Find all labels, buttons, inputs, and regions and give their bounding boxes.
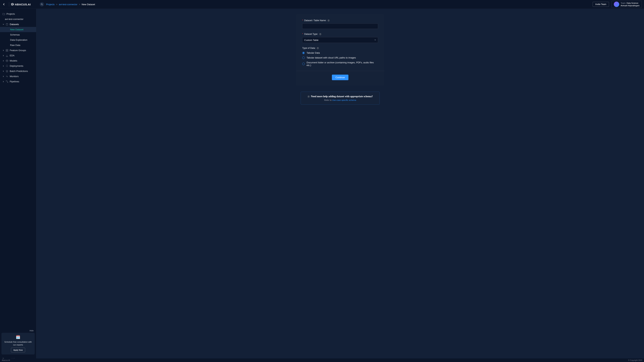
radio-icon bbox=[302, 63, 305, 65]
sidebar-item-raw-data[interactable]: Raw Data bbox=[0, 42, 36, 48]
help-card: ? Need more help adding dataset with app… bbox=[300, 92, 380, 105]
pipeline-icon bbox=[6, 80, 8, 83]
sidebar: Projects avi-test-connector Datasets New… bbox=[0, 9, 36, 362]
radio-tabular-data[interactable]: Tabular Data bbox=[302, 51, 378, 54]
chevron-right-icon bbox=[2, 76, 4, 77]
breadcrumb-project[interactable]: avi-test-connector bbox=[59, 3, 77, 6]
chevron-right-icon bbox=[2, 81, 4, 83]
breadcrumb-current: New Dataset bbox=[82, 3, 95, 6]
radio-cloud-label: Tabular dataset with cloud URL paths to … bbox=[306, 56, 356, 59]
svg-rect-0 bbox=[11, 3, 12, 5]
chevron-right-icon bbox=[2, 49, 4, 51]
help-icon[interactable]: ? bbox=[319, 33, 322, 35]
sidebar-project-name-label: avi-test-connector bbox=[5, 18, 23, 20]
invite-team-button[interactable]: Invite Team bbox=[592, 2, 609, 7]
sidebar-models-label: Models bbox=[10, 59, 17, 62]
radio-document-folder[interactable]: Document folder or archive (containing i… bbox=[302, 61, 378, 67]
help-subtitle: Refer to Use-case specific schema bbox=[304, 99, 376, 101]
sidebar-deployments-label: Deployments bbox=[10, 65, 23, 67]
sidebar-monitors-label: Monitors bbox=[10, 75, 19, 78]
svg-rect-7 bbox=[7, 49, 8, 50]
sidebar-item-new-dataset[interactable]: New Dataset bbox=[0, 27, 36, 32]
sidebar-item-feature-groups[interactable]: Feature Groups bbox=[0, 48, 36, 53]
help-icon[interactable]: ? bbox=[328, 19, 330, 22]
search-button[interactable] bbox=[40, 2, 44, 6]
chart-icon bbox=[6, 54, 8, 57]
brand-logo[interactable]: ABACUS.AI bbox=[11, 3, 31, 6]
user-name: Avinash Arjavalingam bbox=[621, 4, 640, 7]
radio-icon bbox=[302, 52, 305, 54]
svg-point-10 bbox=[6, 81, 7, 81]
breadcrumb-sep: > bbox=[56, 3, 58, 6]
svg-rect-9 bbox=[7, 51, 8, 51]
team-label: Team: bbox=[621, 2, 626, 4]
dataset-type-value: Custom Table bbox=[304, 39, 318, 41]
breadcrumb-projects[interactable]: Projects bbox=[46, 3, 54, 6]
help-title: ? Need more help adding dataset with app… bbox=[304, 95, 376, 98]
svg-point-5 bbox=[6, 23, 8, 24]
continue-button[interactable]: Continue bbox=[332, 75, 348, 80]
chevron-right-icon bbox=[2, 55, 4, 56]
svg-rect-8 bbox=[6, 51, 7, 51]
sidebar-item-models[interactable]: Models bbox=[0, 58, 36, 63]
apply-now-button[interactable]: Apply Now bbox=[11, 348, 25, 352]
promo-text: Schedule free consultation with our expe… bbox=[4, 341, 32, 346]
sidebar-item-monitors[interactable]: Monitors bbox=[0, 74, 36, 79]
sidebar-feature-groups-label: Feature Groups bbox=[10, 49, 26, 52]
search-icon bbox=[41, 3, 43, 5]
team-name: Data Science bbox=[626, 2, 638, 4]
dataset-type-select[interactable]: Custom Table bbox=[302, 37, 378, 43]
new-dataset-form: * Dataset / Table Name: ? * Dataset Type… bbox=[296, 14, 384, 86]
sidebar-datasets-label: Datasets bbox=[10, 23, 19, 26]
monitor-icon bbox=[6, 75, 8, 78]
sidebar-item-pipelines[interactable]: Pipelines bbox=[0, 79, 36, 84]
dataset-name-input[interactable] bbox=[302, 23, 378, 29]
calendar-icon: 🗓️ bbox=[4, 335, 32, 339]
type-of-data-label: Type of Data: ? bbox=[302, 47, 378, 49]
chevron-right-icon bbox=[2, 65, 4, 67]
sidebar-item-project-name[interactable]: avi-test-connector bbox=[0, 16, 36, 22]
chevron-right-icon bbox=[2, 70, 4, 72]
promo-card: Hide 🗓️ Schedule free consultation with … bbox=[2, 333, 35, 355]
divider bbox=[296, 71, 384, 71]
database-icon bbox=[6, 23, 8, 26]
svg-rect-2 bbox=[14, 3, 14, 5]
dataset-name-label: * Dataset / Table Name: ? bbox=[302, 19, 378, 22]
svg-rect-1 bbox=[12, 3, 13, 6]
brand-name: ABACUS.AI bbox=[15, 3, 31, 6]
back-button[interactable] bbox=[2, 2, 6, 6]
sidebar-item-projects[interactable]: Projects bbox=[0, 11, 36, 16]
radio-tabular-label: Tabular Data bbox=[306, 51, 320, 54]
breadcrumb-sep: > bbox=[79, 3, 80, 6]
divider bbox=[9, 2, 9, 6]
sidebar-eda-label: EDA bbox=[10, 54, 14, 57]
folder-icon bbox=[2, 13, 5, 15]
radio-tabular-cloud[interactable]: Tabular dataset with cloud URL paths to … bbox=[302, 56, 378, 59]
footer: Abacus.AI © Copyright 2023 bbox=[0, 359, 644, 362]
main-content: * Dataset / Table Name: ? * Dataset Type… bbox=[36, 9, 644, 362]
help-icon[interactable]: ? bbox=[316, 47, 319, 49]
footer-brand: Abacus.AI bbox=[2, 359, 10, 361]
sidebar-item-datasets[interactable]: Datasets bbox=[0, 22, 36, 27]
rocket-icon bbox=[6, 65, 8, 67]
sidebar-data-exploration-label: Data Exploration bbox=[10, 38, 27, 41]
svg-rect-6 bbox=[6, 49, 7, 50]
help-icon: ? bbox=[308, 95, 310, 98]
cube-icon bbox=[6, 60, 8, 62]
sidebar-item-deployments[interactable]: Deployments bbox=[0, 63, 36, 68]
sidebar-item-schemas[interactable]: Schemas bbox=[0, 32, 36, 37]
footer-copyright: © Copyright 2023 bbox=[628, 359, 642, 361]
grid-icon bbox=[6, 49, 8, 52]
chevron-right-icon bbox=[2, 60, 4, 62]
radio-document-label: Document folder or archive (containing i… bbox=[306, 61, 378, 67]
team-selector[interactable]: Team: Data Science Avinash Arjavalingam bbox=[612, 1, 642, 8]
svg-point-3 bbox=[41, 3, 42, 5]
dataset-type-label: * Dataset Type: ? bbox=[302, 33, 378, 35]
schema-link[interactable]: Use-case specific schema bbox=[332, 99, 356, 101]
sidebar-item-batch-predictions[interactable]: Batch Predictions bbox=[0, 68, 36, 74]
radio-icon bbox=[302, 56, 305, 59]
breadcrumb: Projects > avi-test-connector > New Data… bbox=[46, 3, 95, 6]
sidebar-item-eda[interactable]: EDA bbox=[0, 53, 36, 58]
sidebar-item-data-exploration[interactable]: Data Exploration bbox=[0, 37, 36, 42]
promo-hide-button[interactable]: Hide bbox=[30, 330, 34, 332]
